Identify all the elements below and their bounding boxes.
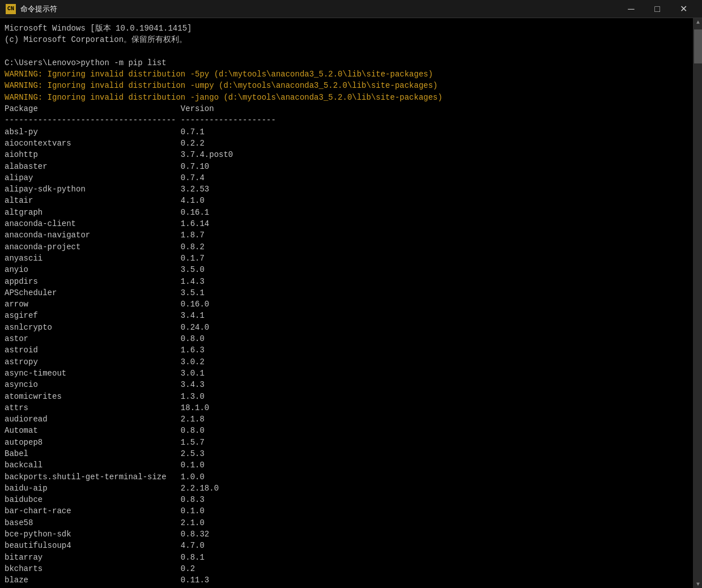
terminal-line: astropy 3.0.2 — [5, 357, 205, 367]
terminal-line: bar-chart-race 0.1.0 — [5, 506, 205, 515]
app-icon: CN — [6, 4, 16, 14]
terminal-line: bitarray 0.8.1 — [5, 553, 205, 562]
terminal-line: baidubce 0.8.3 — [5, 495, 205, 504]
terminal-line: blaze 0.11.3 — [5, 576, 209, 585]
terminal-line: anyascii 0.1.7 — [5, 254, 205, 263]
window-controls: ─ □ ✕ — [618, 0, 696, 18]
terminal-line: bce-python-sdk 0.8.32 — [5, 530, 209, 539]
terminal-line: async-timeout 3.0.1 — [5, 369, 205, 378]
terminal-line: WARNING: Ignoring invalid distribution -… — [5, 81, 438, 90]
titlebar: CN 命令提示符 ─ □ ✕ — [0, 0, 702, 18]
terminal-line: Microsoft Windows [版本 10.0.19041.1415] — [5, 24, 192, 33]
terminal-line: aiohttp 3.7.4.post0 — [5, 150, 233, 159]
scrollbar-down-arrow[interactable]: ▼ — [694, 580, 702, 588]
terminal-body: Microsoft Windows [版本 10.0.19041.1415] (… — [0, 18, 702, 588]
terminal-line: baidu-aip 2.2.18.0 — [5, 484, 219, 493]
terminal-line: anaconda-project 0.8.2 — [5, 242, 205, 252]
terminal-line: alabaster 0.7.10 — [5, 162, 209, 171]
terminal-line: asyncio 3.4.3 — [5, 380, 205, 389]
terminal-line: APScheduler 3.5.1 — [5, 288, 205, 297]
terminal-line: alipay 0.7.4 — [5, 173, 205, 182]
minimize-button[interactable]: ─ — [618, 0, 644, 18]
terminal-line: backcall 0.1.0 — [5, 461, 205, 470]
terminal-line: autopep8 1.5.7 — [5, 438, 205, 447]
terminal-line: backports.shutil-get-terminal-size 1.0.0 — [5, 472, 205, 482]
terminal-line: arrow 0.16.0 — [5, 300, 209, 309]
terminal-line: altair 4.1.0 — [5, 196, 205, 205]
terminal-line: anaconda-client 1.6.14 — [5, 219, 209, 228]
scrollbar-up-arrow[interactable]: ▲ — [694, 18, 702, 26]
terminal-line: absl-py 0.7.1 — [5, 127, 205, 137]
terminal-line: WARNING: Ignoring invalid distribution -… — [5, 70, 433, 79]
terminal-line: Package Version — [5, 104, 214, 113]
terminal-line: astroid 1.6.3 — [5, 346, 205, 355]
terminal-output: Microsoft Windows [版本 10.0.19041.1415] (… — [5, 23, 697, 586]
terminal-line: Automat 0.8.0 — [5, 426, 205, 435]
terminal-line: (c) Microsoft Corporation。保留所有权利。 — [5, 35, 187, 44]
terminal-line: C:\Users\Lenovo>python -m pip list — [5, 58, 167, 67]
terminal-line: bkcharts 0.2 — [5, 564, 195, 573]
terminal-line: WARNING: Ignoring invalid distribution -… — [5, 93, 443, 102]
terminal-line: astor 0.8.0 — [5, 334, 205, 343]
terminal-line: alipay-sdk-python 3.2.53 — [5, 185, 209, 194]
terminal-line: ------------------------------------ ---… — [5, 116, 276, 125]
terminal-line: anyio 3.5.0 — [5, 265, 205, 274]
window-title: 命令提示符 — [20, 4, 618, 14]
terminal-line: Babel 2.5.3 — [5, 449, 205, 458]
cmd-window: CN 命令提示符 ─ □ ✕ Microsoft Windows [版本 10.… — [0, 0, 702, 588]
terminal-line: beautifulsoup4 4.7.0 — [5, 541, 205, 550]
terminal-line: base58 2.1.0 — [5, 518, 205, 527]
terminal-line: atomicwrites 1.3.0 — [5, 392, 205, 401]
terminal-line: appdirs 1.4.3 — [5, 277, 205, 286]
scrollbar[interactable]: ▲ ▼ — [693, 18, 702, 588]
close-button[interactable]: ✕ — [670, 0, 696, 18]
terminal-line: asgiref 3.4.1 — [5, 311, 205, 320]
maximize-button[interactable]: □ — [644, 0, 670, 18]
scrollbar-thumb[interactable] — [694, 29, 702, 63]
terminal-line: anaconda-navigator 1.8.7 — [5, 231, 205, 240]
terminal-line: aiocontextvars 0.2.2 — [5, 139, 205, 148]
terminal-line: attrs 18.1.0 — [5, 403, 209, 412]
terminal-line: altgraph 0.16.1 — [5, 208, 209, 217]
terminal-line: asnlcrypto 0.24.0 — [5, 323, 209, 332]
terminal-line: audioread 2.1.8 — [5, 415, 205, 424]
